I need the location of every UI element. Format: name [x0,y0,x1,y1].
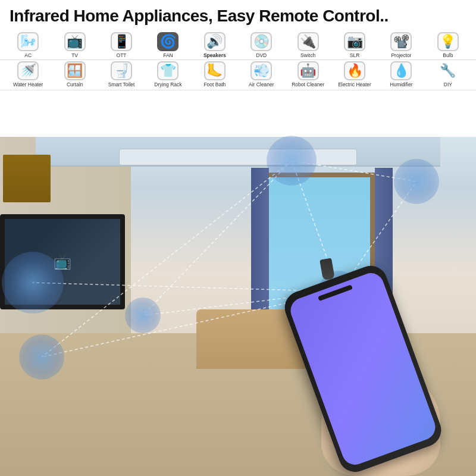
foot-bath-label: Foot Bath [203,82,226,87]
appliance-fan[interactable]: 🌀FAN [145,32,191,58]
ott-icon: 📱 [111,32,132,51]
humidifier-icon: 💧 [390,61,412,80]
header: Infrared Home Appliances, Easy Remote Co… [0,0,476,29]
fan-icon: 🌀 [157,32,178,51]
curtain-icon: 🪟 [64,61,86,80]
speakers-icon: 🔊 [204,32,226,51]
appliance-diy[interactable]: 🔧DIY [425,61,471,87]
appliance-air-cleaner[interactable]: 💨Air Cleaner [238,61,284,87]
air-cleaner-label: Air Cleaner [249,82,274,87]
bulb-label: Bulb [443,52,453,58]
blue-circle-0 [2,252,64,314]
diy-icon: 🔧 [437,61,459,80]
appliance-electric-heater[interactable]: 🔥Electric Heater [331,61,378,87]
drying-rack-label: Drying Rack [154,82,181,87]
appliance-humidifier[interactable]: 💧Humidifier [378,61,424,87]
speakers-label: Speakers [203,52,226,58]
foot-bath-icon: 🦶 [204,61,226,80]
humidifier-label: Humidifier [390,82,412,87]
slr-label: SLR [350,52,360,58]
appliance-smart-toilet[interactable]: 🚽Smart Toilet [98,61,145,87]
appliances-row-2: 🚿Water Heater🪟Curtain🚽Smart Toilet👕Dryin… [0,60,476,90]
appliance-speakers[interactable]: 🔊Speakers [192,32,238,58]
blue-circle-4 [394,159,439,204]
appliance-drying-rack[interactable]: 👕Drying Rack [145,61,191,87]
curtain-left [251,168,269,327]
phone-notch [318,284,353,301]
dvd-label: DVD [256,52,267,58]
air-cleaner-icon: 💨 [250,61,272,80]
appliance-ac[interactable]: 🌬️AC [5,32,51,58]
ac-label: AC [24,52,32,58]
electric-heater-label: Electric Heater [338,82,371,87]
fan-label: FAN [163,52,173,58]
projector-icon: 📽️ [390,32,412,51]
blue-circle-2 [125,298,161,333]
tv-label: TV [71,52,78,58]
ac-unit [119,149,357,165]
smart-toilet-label: Smart Toilet [108,82,135,87]
projector-label: Projector [391,52,411,58]
switch-icon: 🔌 [298,32,319,51]
tv-icon: 📺 [64,32,86,51]
appliances-row-1: 🌬️AC📺TV📱OTT🌀FAN🔊Speakers💿DVD🔌Switch📷SLR📽… [0,29,476,60]
blue-circle-3 [267,136,317,186]
water-heater-label: Water Heater [13,82,43,87]
curtain-label: Curtain [67,82,83,87]
robot-cleaner-label: Robot Cleaner [292,82,324,87]
ott-label: OTT [117,52,127,58]
smart-toilet-icon: 🚽 [111,61,132,80]
page-title: Infrared Home Appliances, Easy Remote Co… [10,6,466,26]
bookshelf [3,155,51,202]
main-container: Infrared Home Appliances, Easy Remote Co… [0,0,476,476]
appliance-bulb[interactable]: 💡Bulb [425,32,471,58]
appliance-tv[interactable]: 📺TV [51,32,98,58]
appliance-ott[interactable]: 📱OTT [98,32,145,58]
appliance-slr[interactable]: 📷SLR [331,32,378,58]
switch-label: Switch [300,52,315,58]
ac-icon: 🌬️ [17,32,39,51]
appliance-curtain[interactable]: 🪟Curtain [51,61,98,87]
drying-rack-icon: 👕 [157,61,178,80]
appliance-water-heater[interactable]: 🚿Water Heater [5,61,51,87]
appliance-robot-cleaner[interactable]: 🤖Robot Cleaner [284,61,331,87]
appliance-switch[interactable]: 🔌Switch [284,32,331,58]
blue-circle-1 [19,334,64,380]
separator-2 [0,90,476,90]
electric-heater-icon: 🔥 [344,61,365,80]
slr-icon: 📷 [344,32,365,51]
appliance-foot-bath[interactable]: 🦶Foot Bath [192,61,238,87]
water-heater-icon: 🚿 [17,61,39,80]
diy-label: DIY [444,82,452,87]
robot-cleaner-icon: 🤖 [298,61,319,80]
bulb-icon: 💡 [437,32,459,51]
dvd-icon: 💿 [250,32,272,51]
appliance-dvd[interactable]: 💿DVD [238,32,284,58]
appliance-projector[interactable]: 📽️Projector [378,32,424,58]
icons-area: Infrared Home Appliances, Easy Remote Co… [0,0,476,90]
